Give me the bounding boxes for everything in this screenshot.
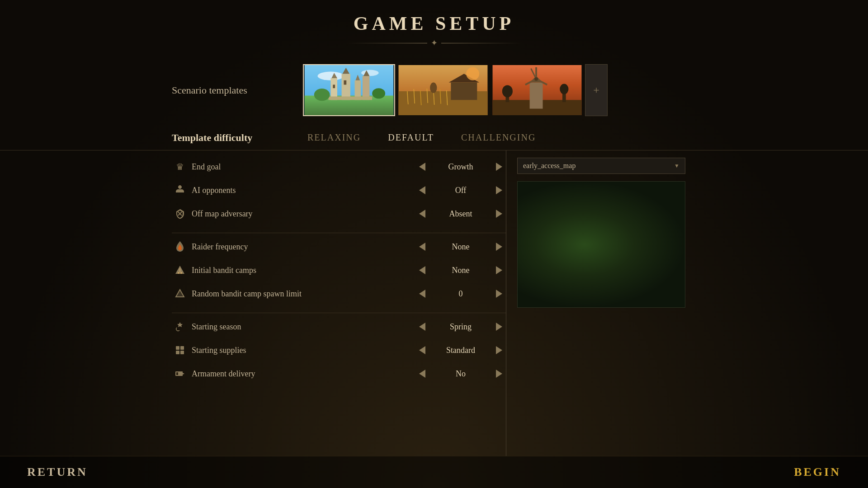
- scenario-thumb-2[interactable]: [397, 64, 489, 116]
- tab-relaxing[interactable]: RELAXING: [307, 129, 388, 146]
- ai-opponents-label: AI opponents: [188, 186, 415, 195]
- end-goal-label: End goal: [188, 162, 415, 172]
- end-goal-prev[interactable]: [415, 161, 429, 173]
- ai-opponents-prev[interactable]: [415, 184, 429, 196]
- raider-frequency-next[interactable]: [492, 241, 506, 253]
- random-bandit-spawn-prev[interactable]: [415, 288, 429, 300]
- svg-point-62: [626, 257, 644, 268]
- title-ornament: ✦: [431, 38, 438, 48]
- ai-opponents-next[interactable]: [492, 184, 506, 196]
- begin-button[interactable]: BEGIN: [794, 465, 841, 479]
- svg-rect-51: [176, 346, 179, 350]
- setting-row-raider-frequency: Raider frequency None: [172, 235, 506, 258]
- svg-point-29: [466, 67, 479, 80]
- svg-point-59: [554, 211, 626, 269]
- armament-delivery-next[interactable]: [492, 368, 506, 380]
- end-goal-next[interactable]: [492, 161, 506, 173]
- setting-group-goals: End goal Growth AI opponents: [172, 155, 506, 225]
- svg-point-40: [502, 85, 513, 97]
- page-title: GAME SETUP: [0, 13, 868, 34]
- tab-challenging[interactable]: CHALLENGING: [461, 129, 563, 146]
- raider-frequency-control: None: [415, 241, 506, 253]
- starting-season-next[interactable]: [492, 321, 506, 333]
- scenario-add-button[interactable]: +: [585, 64, 608, 116]
- starting-season-control: Spring: [415, 321, 506, 333]
- scenario-label: Scenario templates: [172, 84, 289, 96]
- svg-point-3: [361, 70, 379, 76]
- raider-frequency-prev[interactable]: [415, 241, 429, 253]
- starting-supplies-next[interactable]: [492, 344, 506, 356]
- svg-point-60: [571, 217, 616, 253]
- end-goal-icon: [172, 159, 188, 175]
- setting-row-off-map-adversary: Off map adversary Absent: [172, 202, 506, 225]
- scenario-thumb-1[interactable]: [303, 64, 395, 116]
- off-map-adversary-label: Off map adversary: [188, 209, 415, 219]
- map-preview: [517, 181, 685, 308]
- map-dropdown[interactable]: early_access_map ▼: [517, 158, 685, 174]
- svg-rect-14: [329, 96, 373, 100]
- setting-row-end-goal: End goal Growth: [172, 155, 506, 178]
- svg-point-2: [318, 71, 344, 80]
- svg-point-42: [560, 84, 568, 94]
- svg-rect-57: [518, 182, 684, 307]
- setting-row-random-bandit-spawn: Random bandit camp spawn limit 0: [172, 282, 506, 305]
- off-map-adversary-next[interactable]: [492, 208, 506, 220]
- svg-point-48: [180, 272, 182, 274]
- scenario-thumb-3[interactable]: [491, 64, 583, 116]
- main-content: End goal Growth AI opponents: [0, 150, 868, 456]
- initial-bandit-camps-prev[interactable]: [415, 264, 429, 276]
- svg-point-16: [372, 88, 385, 99]
- svg-marker-50: [176, 290, 184, 297]
- right-panel: early_access_map ▼: [506, 150, 696, 456]
- map-dropdown-arrow: ▼: [674, 163, 679, 169]
- ai-opponents-icon: [172, 182, 188, 198]
- divider-1: [172, 233, 506, 233]
- starting-season-value: Spring: [434, 322, 488, 332]
- armament-delivery-icon: [172, 366, 188, 382]
- random-bandit-spawn-next[interactable]: [492, 288, 506, 300]
- starting-season-prev[interactable]: [415, 321, 429, 333]
- raider-frequency-value: None: [434, 242, 488, 252]
- setting-row-initial-bandit-camps: Initial bandit camps None: [172, 258, 506, 282]
- difficulty-label: Template difficulty: [172, 132, 307, 144]
- end-goal-control: Growth: [415, 161, 506, 173]
- ai-opponents-value: Off: [434, 186, 488, 195]
- svg-point-28: [430, 83, 437, 93]
- off-map-adversary-prev[interactable]: [415, 208, 429, 220]
- armament-delivery-value: No: [434, 369, 488, 379]
- starting-supplies-icon: [172, 342, 188, 358]
- off-map-adversary-icon: [172, 206, 188, 222]
- setting-row-armament-delivery: Armament delivery No: [172, 362, 506, 385]
- svg-point-58: [531, 200, 639, 290]
- header: GAME SETUP ✦: [0, 0, 868, 55]
- svg-point-61: [542, 211, 565, 225]
- initial-bandit-camps-control: None: [415, 264, 506, 276]
- starting-supplies-control: Standard: [415, 344, 506, 356]
- armament-delivery-control: No: [415, 368, 506, 380]
- armament-delivery-label: Armament delivery: [188, 369, 415, 379]
- armament-delivery-prev[interactable]: [415, 368, 429, 380]
- raider-frequency-icon: [172, 239, 188, 255]
- setting-row-starting-supplies: Starting supplies Standard: [172, 338, 506, 362]
- svg-rect-54: [180, 351, 184, 354]
- svg-rect-32: [530, 83, 543, 109]
- random-bandit-spawn-icon: [172, 286, 188, 302]
- initial-bandit-camps-next[interactable]: [492, 264, 506, 276]
- starting-supplies-label: Starting supplies: [188, 346, 415, 355]
- off-map-adversary-value: Absent: [434, 209, 488, 219]
- starting-supplies-prev[interactable]: [415, 344, 429, 356]
- svg-rect-13: [344, 80, 346, 85]
- svg-point-47: [178, 272, 179, 274]
- raider-frequency-label: Raider frequency: [188, 242, 415, 252]
- tab-default[interactable]: DEFAULT: [388, 129, 461, 146]
- page-wrapper: GAME SETUP ✦ Scenario templates: [0, 0, 868, 488]
- random-bandit-spawn-label: Random bandit camp spawn limit: [188, 289, 415, 299]
- random-bandit-spawn-control: 0: [415, 288, 506, 300]
- return-button[interactable]: RETURN: [27, 465, 88, 479]
- starting-supplies-value: Standard: [434, 346, 488, 355]
- starting-season-label: Starting season: [188, 322, 415, 332]
- random-bandit-spawn-value: 0: [434, 289, 488, 299]
- svg-point-38: [534, 77, 538, 81]
- svg-rect-5: [342, 74, 350, 100]
- title-divider: ✦: [0, 38, 868, 48]
